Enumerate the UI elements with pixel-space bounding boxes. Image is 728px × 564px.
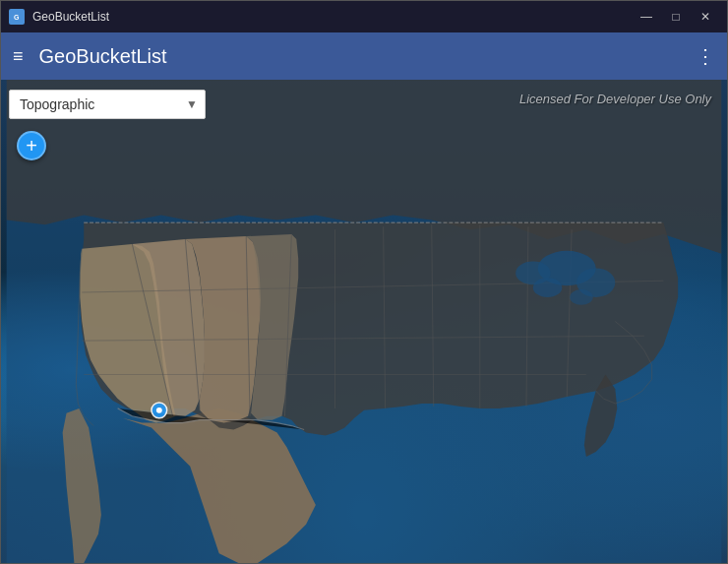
plus-icon: + bbox=[26, 135, 37, 157]
map-type-select[interactable]: Topographic Streets Satellite Hybrid Ter… bbox=[9, 90, 206, 119]
zoom-in-button[interactable]: + bbox=[17, 131, 46, 160]
app-window: G GeoBucketList — □ ✕ ≡ GeoBucketList ⋮ bbox=[0, 0, 728, 564]
app-title: GeoBucketList bbox=[39, 45, 167, 68]
menu-icon[interactable]: ≡ bbox=[13, 46, 24, 67]
svg-point-22 bbox=[156, 407, 162, 413]
app-bar: ≡ GeoBucketList ⋮ bbox=[1, 32, 727, 80]
map-type-dropdown[interactable]: Topographic Streets Satellite Hybrid Ter… bbox=[9, 90, 206, 119]
title-bar: G GeoBucketList — □ ✕ bbox=[1, 1, 727, 32]
app-icon: G bbox=[9, 9, 25, 25]
svg-text:G: G bbox=[14, 14, 20, 21]
window-title: GeoBucketList bbox=[32, 10, 109, 24]
svg-point-20 bbox=[570, 289, 593, 305]
map-svg bbox=[1, 80, 727, 563]
close-button[interactable]: ✕ bbox=[692, 6, 719, 28]
more-options-icon[interactable]: ⋮ bbox=[696, 44, 715, 68]
title-bar-left: G GeoBucketList bbox=[9, 9, 109, 25]
app-bar-left: ≡ GeoBucketList bbox=[13, 45, 167, 68]
svg-point-19 bbox=[516, 262, 550, 285]
map-watermark: Licensed For Developer Use Only bbox=[519, 92, 711, 106]
minimize-button[interactable]: — bbox=[633, 6, 660, 28]
maximize-button[interactable]: □ bbox=[662, 6, 690, 28]
window-controls: — □ ✕ bbox=[633, 6, 719, 28]
map-container[interactable]: Topographic Streets Satellite Hybrid Ter… bbox=[1, 80, 727, 563]
